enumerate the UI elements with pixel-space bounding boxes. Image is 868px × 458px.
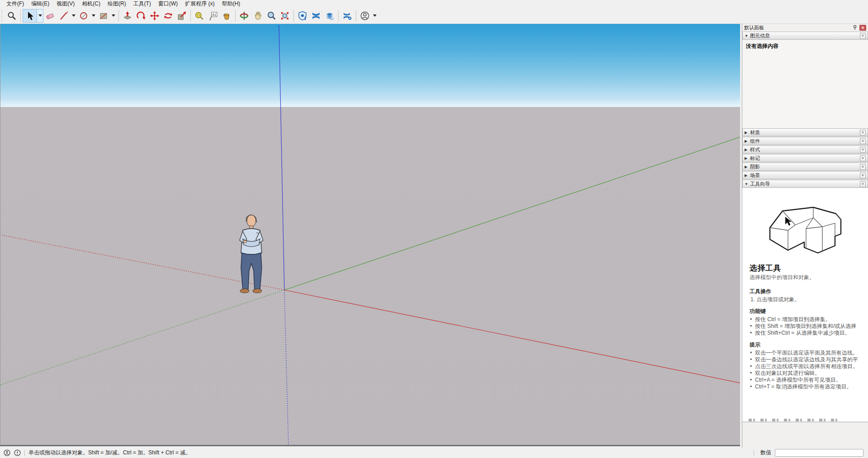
section-shadows[interactable]: ▶ 阴影 × (742, 163, 868, 171)
section-close-button[interactable]: × (860, 147, 866, 153)
section-materials[interactable]: ▶ 材质 × (742, 128, 868, 136)
geolocation-icon[interactable] (4, 449, 10, 456)
instructor-close-button[interactable]: × (860, 181, 866, 187)
ops-heading: 工具操作 (750, 288, 863, 295)
push-pull-icon (123, 11, 132, 21)
chevron-down-icon (72, 14, 75, 17)
toolbar-divider (190, 10, 191, 22)
toolbar-divider (338, 10, 339, 22)
section-close-button[interactable]: × (860, 164, 866, 170)
arc-tool[interactable] (77, 9, 90, 23)
menu-bar: 文件(F)编辑(E)视图(V)相机(C)绘图(R)工具(T)窗口(W)扩展程序 … (0, 0, 868, 8)
section-components[interactable]: ▶ 组件 × (742, 137, 868, 145)
tape-measure-tool-button[interactable] (193, 9, 206, 23)
default-tray-panel: 默认面板 × ▼ 图元信息 × 没有选择内容 ▶ 材质 × ▶ 组件 × ▶ 样… (742, 24, 868, 448)
scale-tool-button[interactable] (175, 9, 189, 23)
keys-item: 按住 Shift+Ctrl = 从选择集中减少项目。 (750, 330, 863, 336)
account[interactable] (358, 9, 372, 23)
search-tool-button[interactable] (5, 9, 19, 23)
push-pull-tool-button[interactable] (121, 9, 134, 23)
select-tool[interactable] (23, 9, 37, 23)
section-close-button[interactable]: × (860, 138, 866, 144)
pan-tool-button[interactable] (251, 9, 264, 23)
text-tool-icon: A1 (208, 11, 218, 21)
arc-tool-button[interactable] (77, 9, 97, 23)
entity-info-close-button[interactable]: × (860, 33, 866, 39)
arc-dropdown-button[interactable] (90, 9, 97, 22)
measurements-input[interactable] (775, 449, 863, 457)
red-axis-solid (284, 290, 740, 383)
tips-item: 双击一条边线以选定该边线及与其共享的平 (750, 356, 863, 363)
zoom-tool-button[interactable] (264, 9, 278, 23)
rotate-tool-button[interactable] (161, 9, 175, 23)
green-axis-dotted (0, 290, 284, 385)
eraser-tool-button[interactable] (43, 9, 57, 23)
rectangle-tool[interactable] (97, 9, 110, 23)
toolbar-divider (235, 10, 236, 22)
rectangle-tool-button[interactable] (97, 9, 117, 23)
keys-heading: 功能键 (750, 308, 863, 315)
model-scene (0, 24, 740, 446)
menu-item[interactable]: 扩展程序 (x) (181, 0, 218, 8)
menu-item[interactable]: 窗口(W) (155, 0, 181, 8)
tray-title: 默认面板 (744, 24, 852, 31)
instructor-title: 工具向导 (750, 181, 860, 187)
trimble-connect-icon (325, 11, 335, 21)
paint-bucket-tool-button[interactable] (220, 9, 233, 23)
sketchup-window: 文件(F)编辑(E)视图(V)相机(C)绘图(R)工具(T)窗口(W)扩展程序 … (0, 0, 868, 458)
toolbar-divider (356, 10, 356, 22)
menu-item[interactable]: 相机(C) (78, 0, 104, 8)
menu-item[interactable]: 绘图(R) (104, 0, 130, 8)
pin-icon[interactable] (852, 25, 858, 30)
section-close-button[interactable]: × (860, 173, 866, 178)
line-tool[interactable] (57, 9, 71, 23)
trimble-connect-button[interactable] (323, 9, 336, 23)
account-dropdown-button[interactable] (372, 9, 378, 22)
rectangle-dropdown-button[interactable] (110, 9, 117, 22)
section-tags[interactable]: ▶ 标记 × (742, 154, 868, 162)
extension-warehouse-button[interactable] (309, 9, 323, 23)
account-icon (360, 11, 370, 21)
tips-item: 双击对象以对其进行编辑。 (750, 370, 863, 377)
zoom-extents-tool-button[interactable] (278, 9, 292, 23)
drawing-viewport[interactable] (0, 24, 740, 446)
line-dropdown-button[interactable] (71, 9, 77, 22)
chevron-down-icon (373, 14, 377, 17)
status-bar: 单击或拖动以选择对象。Shift = 加/减。Ctrl = 加。Shift + … (0, 448, 868, 458)
section-scenes[interactable]: ▶ 场景 × (742, 171, 868, 179)
follow-me-tool-button[interactable] (134, 9, 148, 23)
entity-info-header[interactable]: ▼ 图元信息 × (742, 32, 868, 40)
toolbar-grip[interactable] (1, 9, 4, 22)
instructor-body: 选择工具 选择模型中的项目和对象。 工具操作 1. 点击项目或对象。 功能键 按… (742, 188, 868, 421)
tray-close-button[interactable]: × (859, 25, 866, 31)
section-close-button[interactable]: × (860, 155, 866, 161)
select-dropdown-button[interactable] (37, 9, 43, 22)
help-icon[interactable] (14, 449, 21, 456)
clipped-text-row (749, 419, 839, 421)
expand-arrow-icon: ▶ (745, 139, 750, 143)
tips-item: Ctrl+A = 选择模型中所有可见项目。 (750, 377, 863, 383)
search-icon (7, 11, 17, 21)
scale-figure[interactable] (240, 215, 263, 293)
extension-manager-button[interactable] (340, 9, 354, 23)
text-tool-button[interactable]: A1 (206, 9, 220, 23)
select-tool-button[interactable] (23, 9, 43, 23)
menu-item[interactable]: 帮助(H) (218, 0, 244, 8)
expand-arrow-icon: ▶ (745, 165, 750, 169)
menu-item[interactable]: 编辑(E) (28, 0, 53, 8)
keys-list: 按住 Ctrl = 增加项目到选择集。按住 Shift = 增加项目到选择集和/… (750, 316, 863, 336)
instructor-header[interactable]: ▼ 工具向导 × (742, 180, 868, 188)
chevron-down-icon (112, 14, 115, 17)
section-close-button[interactable]: × (860, 130, 866, 136)
move-tool-button[interactable] (148, 9, 161, 23)
menu-item[interactable]: 视图(V) (53, 0, 78, 8)
chevron-down-icon (38, 14, 42, 17)
menu-item[interactable]: 工具(T) (130, 0, 155, 8)
tape-measure-icon (194, 11, 204, 21)
account-button[interactable] (358, 9, 378, 23)
orbit-tool-button[interactable] (237, 9, 251, 23)
line-tool-button[interactable] (57, 9, 77, 23)
section-styles[interactable]: ▶ 样式 × (742, 145, 868, 154)
menu-item[interactable]: 文件(F) (3, 0, 28, 8)
3d-warehouse-button[interactable] (296, 9, 309, 23)
